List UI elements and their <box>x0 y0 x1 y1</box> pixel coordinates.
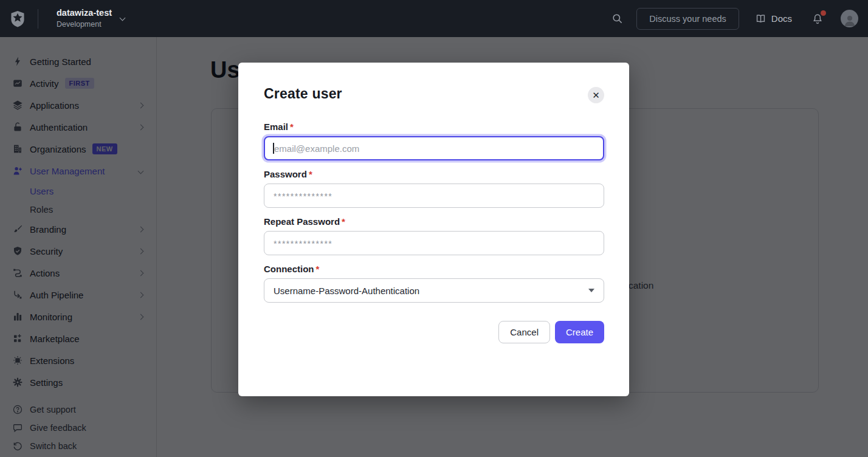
email-field-group: Email* <box>264 122 604 160</box>
connection-label-text: Connection <box>264 264 314 274</box>
required-asterisk: * <box>290 122 294 132</box>
repeat-password-label-text: Repeat Password <box>264 216 340 227</box>
password-field[interactable] <box>264 184 604 208</box>
docs-link[interactable]: Docs <box>755 13 792 24</box>
auth0-logo-icon <box>9 10 27 28</box>
required-asterisk: * <box>309 169 312 179</box>
chevron-down-icon <box>120 15 126 21</box>
connection-label: Connection* <box>264 264 604 274</box>
repeat-password-field-group: Repeat Password* <box>264 216 604 255</box>
password-label: Password* <box>264 169 604 179</box>
tenant-switcher[interactable]: datawiza-test Development <box>57 7 125 29</box>
notifications-button[interactable] <box>811 13 824 25</box>
required-asterisk: * <box>342 216 345 227</box>
tenant-name: datawiza-test <box>57 7 112 19</box>
required-asterisk: * <box>316 264 320 274</box>
discuss-needs-button[interactable]: Discuss your needs <box>636 8 739 30</box>
notification-dot <box>821 10 826 16</box>
cancel-button[interactable]: Cancel <box>498 321 550 343</box>
create-button[interactable]: Create <box>555 321 604 343</box>
book-icon <box>755 13 766 24</box>
docs-label: Docs <box>771 13 792 24</box>
connection-field-group: Connection* Username-Password-Authentica… <box>264 264 604 303</box>
repeat-password-label: Repeat Password* <box>264 216 604 227</box>
create-user-modal: Create user ✕ Email* Password* Repeat Pa… <box>238 63 629 396</box>
close-icon[interactable]: ✕ <box>588 87 604 103</box>
dropdown-caret-icon <box>588 289 594 292</box>
password-field-group: Password* <box>264 169 604 208</box>
header-divider <box>38 9 38 29</box>
repeat-password-field[interactable] <box>264 231 604 255</box>
password-label-text: Password <box>264 169 307 179</box>
connection-select[interactable]: Username-Password-Authentication <box>264 278 604 303</box>
text-cursor <box>273 143 274 154</box>
modal-title: Create user <box>264 86 342 102</box>
tenant-environment: Development <box>57 19 112 30</box>
top-header: datawiza-test Development Discuss your n… <box>0 0 868 37</box>
avatar[interactable] <box>841 10 858 27</box>
email-label-text: Email <box>264 122 288 132</box>
search-icon[interactable] <box>611 13 623 24</box>
email-label: Email* <box>264 122 604 132</box>
email-field[interactable] <box>264 136 604 160</box>
connection-selected-value: Username-Password-Authentication <box>274 286 419 296</box>
